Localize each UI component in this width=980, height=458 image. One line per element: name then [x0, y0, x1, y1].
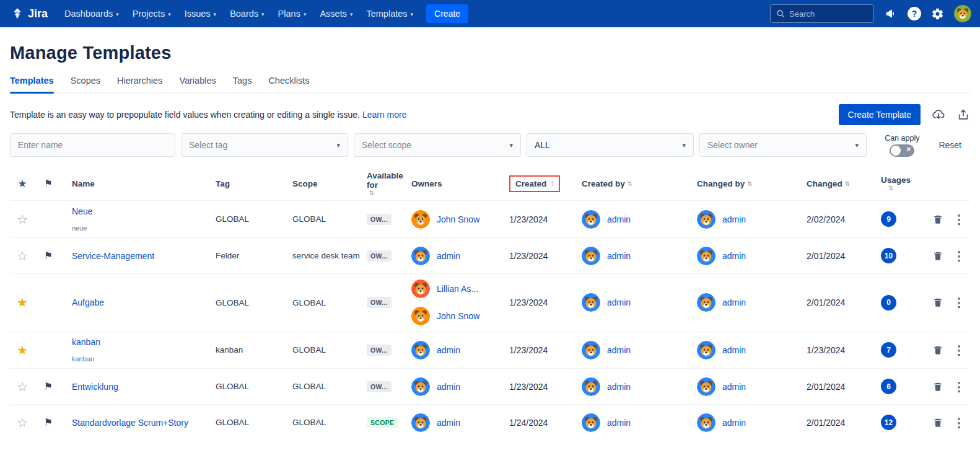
owner-name-link[interactable]: admin — [437, 251, 460, 261]
created-by-link[interactable]: admin — [607, 418, 631, 428]
header-scope[interactable]: Scope — [292, 179, 367, 188]
nav-item-dashboards[interactable]: Dashboards ▾ — [58, 0, 126, 27]
star-header-icon[interactable]: ★ — [17, 177, 27, 190]
tab-templates[interactable]: Templates — [10, 76, 54, 92]
user-avatar[interactable] — [954, 5, 971, 22]
changed-by-link[interactable]: admin — [722, 382, 746, 392]
changed-by-cell: admin — [691, 247, 807, 265]
description-actions: Create Template — [839, 104, 970, 125]
changed-by-link[interactable]: admin — [722, 345, 746, 355]
owner-name-link[interactable]: John Snow — [437, 311, 479, 321]
header-owners[interactable]: Owners — [408, 179, 509, 188]
header-name[interactable]: Name — [62, 179, 216, 188]
created-by-cell: admin — [576, 341, 691, 359]
tab-scopes[interactable]: Scopes — [71, 76, 100, 92]
owner-name-link[interactable]: admin — [437, 418, 460, 428]
template-name-link[interactable]: Standardvorlage Scrum+Story — [72, 418, 188, 428]
owner-name-link[interactable]: admin — [437, 345, 460, 355]
create-template-button[interactable]: Create Template — [839, 104, 921, 125]
star-icon[interactable]: ☆ — [17, 381, 28, 393]
header-available-for[interactable]: Available for⇅ — [367, 171, 408, 196]
header-created[interactable]: Created ↑ — [509, 175, 576, 192]
nav-item-boards[interactable]: Boards ▾ — [223, 0, 271, 27]
trash-icon[interactable] — [932, 417, 943, 428]
scope-filter-value: Select scope — [362, 140, 411, 150]
header-changed-by[interactable]: Changed by⇅ — [691, 179, 807, 188]
scope-filter-select[interactable]: Select scope ▾ — [354, 133, 521, 157]
nav-item-plans[interactable]: Plans ▾ — [271, 0, 313, 27]
created-by-cell: admin — [576, 247, 691, 265]
created-by-link[interactable]: admin — [607, 214, 631, 224]
tab-hierarchies[interactable]: Hierarchies — [117, 76, 162, 92]
chevron-down-icon: ▾ — [304, 11, 307, 17]
jira-logo[interactable]: Jira — [9, 7, 58, 20]
star-icon[interactable]: ☆ — [17, 416, 28, 429]
header-tag[interactable]: Tag — [216, 179, 292, 188]
created-by-link[interactable]: admin — [607, 345, 631, 355]
more-options-icon[interactable]: ⋮ — [953, 344, 965, 356]
nav-item-templates[interactable]: Templates ▾ — [359, 0, 420, 27]
more-options-icon[interactable]: ⋮ — [953, 296, 965, 309]
changed-by-link[interactable]: admin — [722, 251, 746, 261]
settings-icon[interactable] — [931, 7, 944, 20]
tab-tags[interactable]: Tags — [233, 76, 252, 92]
star-icon[interactable]: ☆ — [17, 213, 28, 226]
more-options-icon[interactable]: ⋮ — [953, 416, 965, 429]
trash-icon[interactable] — [932, 297, 943, 308]
template-name-link[interactable]: Aufgabe — [72, 297, 104, 307]
filter-bar: Select tag ▾ Select scope ▾ ALL ▾ Select… — [10, 133, 970, 157]
template-name-link[interactable]: Entwicklung — [72, 382, 118, 392]
nav-item-issues[interactable]: Issues ▾ — [178, 0, 223, 27]
name-cell: kanban kanban — [62, 337, 216, 363]
category-filter-select[interactable]: ALL ▾ — [527, 133, 694, 157]
tab-label: Variables — [179, 76, 216, 86]
owner-name-link[interactable]: admin — [437, 382, 460, 392]
nav-item-projects[interactable]: Projects ▾ — [126, 0, 178, 27]
changed-by-link[interactable]: admin — [722, 214, 746, 224]
cloud-download-icon[interactable] — [931, 107, 946, 122]
reset-button[interactable]: Reset — [938, 140, 961, 150]
star-icon[interactable]: ★ — [17, 344, 28, 356]
tab-checklists[interactable]: Checklists — [268, 76, 309, 92]
more-options-icon[interactable]: ⋮ — [953, 250, 965, 262]
help-icon[interactable]: ? — [908, 7, 921, 20]
owner-avatar — [411, 307, 430, 325]
changed-value: 2/02/2024 — [807, 214, 872, 224]
announcement-icon[interactable] — [884, 7, 898, 20]
changed-by-link[interactable]: admin — [722, 418, 746, 428]
owner-filter-select[interactable]: Select owner ▾ — [699, 133, 867, 157]
can-apply-toggle[interactable]: × — [890, 144, 914, 157]
trash-icon[interactable] — [932, 381, 943, 392]
created-by-link[interactable]: admin — [607, 382, 631, 392]
template-name-link[interactable]: Neue — [72, 206, 92, 216]
header-created-by[interactable]: Created by⇅ — [576, 179, 691, 188]
owners-cell: admin — [408, 247, 509, 265]
template-name-link[interactable]: Service-Management — [72, 251, 154, 261]
star-icon[interactable]: ☆ — [17, 250, 28, 262]
create-button[interactable]: Create — [426, 4, 468, 23]
owner-name-link[interactable]: John Snow — [437, 214, 479, 224]
created-by-link[interactable]: admin — [607, 297, 631, 307]
nav-item-assets[interactable]: Assets ▾ — [313, 0, 359, 27]
changed-by-link[interactable]: admin — [722, 297, 746, 307]
learn-more-link[interactable]: Learn more — [362, 110, 407, 120]
owner-name-link[interactable]: Lillian As... — [437, 284, 478, 294]
trash-icon[interactable] — [932, 345, 943, 356]
created-by-link[interactable]: admin — [607, 251, 631, 261]
search-input[interactable] — [789, 9, 868, 19]
name-filter-input[interactable] — [18, 140, 167, 150]
more-options-icon[interactable]: ⋮ — [953, 381, 965, 393]
trash-icon[interactable] — [932, 214, 943, 225]
export-icon[interactable] — [956, 108, 970, 121]
more-options-icon[interactable]: ⋮ — [953, 213, 965, 226]
tab-variables[interactable]: Variables — [179, 76, 216, 92]
header-changed[interactable]: Changed⇅ — [807, 179, 872, 188]
flag-header-icon[interactable]: ⚑ — [44, 178, 52, 189]
star-icon[interactable]: ★ — [17, 296, 28, 309]
can-apply-group: Can apply × — [885, 134, 919, 157]
trash-icon[interactable] — [932, 250, 943, 262]
table-row: ★ ⚑ Aufgabe GLOBAL GLOBAL OW... Lillian … — [10, 273, 970, 331]
template-name-link[interactable]: kanban — [72, 337, 100, 347]
tag-filter-select[interactable]: Select tag ▾ — [181, 133, 348, 157]
header-usages[interactable]: Usages⇅ — [872, 175, 918, 192]
